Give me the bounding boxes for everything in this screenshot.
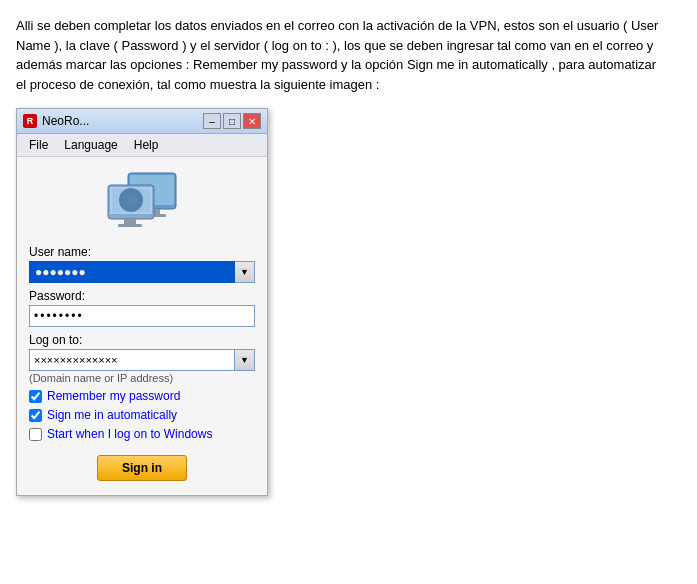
username-input[interactable] [29,261,235,283]
title-bar: R NeoRo... – □ ✕ [17,109,267,134]
computer-logo-icon [100,167,185,235]
menu-language[interactable]: Language [56,136,125,154]
username-label: User name: [29,245,255,259]
password-label: Password: [29,289,255,303]
logo-area [29,167,255,235]
remember-password-row: Remember my password [29,389,255,403]
app-icon: R [23,114,37,128]
description-paragraph: Alli se deben completar los datos enviad… [16,16,666,94]
title-bar-left: R NeoRo... [23,114,89,128]
sign-auto-row: Sign me in automatically [29,408,255,422]
logon-label: Log on to: [29,333,255,347]
start-windows-row: Start when I log on to Windows [29,427,255,441]
sign-in-button[interactable]: Sign in [97,455,187,481]
menu-file[interactable]: File [21,136,56,154]
maximize-button[interactable]: □ [223,113,241,129]
username-dropdown-arrow[interactable]: ▼ [235,261,255,283]
start-windows-label[interactable]: Start when I log on to Windows [47,427,212,441]
logon-field-container: ▼ [29,349,255,371]
title-controls: – □ ✕ [203,113,261,129]
password-input[interactable] [29,305,255,327]
close-button[interactable]: ✕ [243,113,261,129]
username-field-container: ▼ [29,261,255,283]
menu-help[interactable]: Help [126,136,167,154]
remember-password-checkbox[interactable] [29,390,42,403]
sign-auto-label[interactable]: Sign me in automatically [47,408,177,422]
window-title: NeoRo... [42,114,89,128]
sign-auto-checkbox[interactable] [29,409,42,422]
minimize-button[interactable]: – [203,113,221,129]
remember-password-label[interactable]: Remember my password [47,389,180,403]
menu-bar: File Language Help [17,134,267,157]
svg-rect-8 [118,224,142,227]
start-windows-checkbox[interactable] [29,428,42,441]
vpn-window: R NeoRo... – □ ✕ File Language Help [16,108,268,496]
logon-dropdown-arrow[interactable]: ▼ [235,349,255,371]
domain-hint: (Domain name or IP address) [29,372,255,384]
logon-input[interactable] [29,349,235,371]
window-body: User name: ▼ Password: Log on to: ▼ (Dom… [17,157,267,495]
sign-in-area: Sign in [29,455,255,481]
svg-rect-7 [124,219,136,224]
